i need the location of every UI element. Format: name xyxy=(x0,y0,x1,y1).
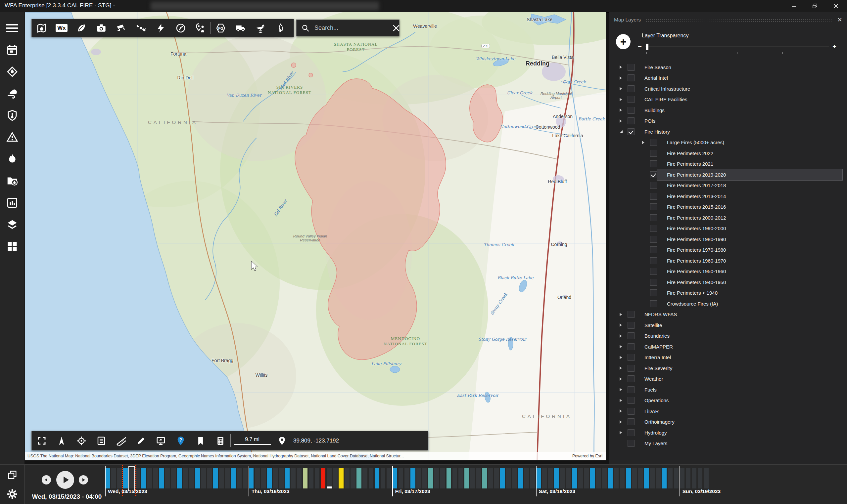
timeline-cell[interactable] xyxy=(422,468,427,488)
timeline-cell[interactable] xyxy=(566,468,571,488)
layer-checkbox[interactable] xyxy=(627,354,635,361)
layer-checkbox[interactable] xyxy=(627,365,635,372)
layer-row[interactable]: My Layers xyxy=(609,438,847,449)
truck-tool-button[interactable] xyxy=(231,19,250,37)
timeline-bar-blue[interactable] xyxy=(662,468,667,488)
north-arrow-tool-button[interactable] xyxy=(52,431,71,450)
expand-arrow-icon[interactable] xyxy=(620,98,624,101)
timeline-cell[interactable] xyxy=(698,468,703,488)
timeline-cell[interactable] xyxy=(153,468,158,488)
layer-row[interactable]: Crowdsource Fires (IA) xyxy=(609,298,847,309)
legend-tool-button[interactable] xyxy=(91,431,111,450)
timeline-cell[interactable] xyxy=(315,468,320,488)
sidebar-item-calendar[interactable] xyxy=(0,41,24,58)
expand-arrow-icon[interactable] xyxy=(620,76,624,80)
fire-map-tool-button[interactable] xyxy=(32,19,52,37)
timeline-cell[interactable] xyxy=(171,468,176,488)
help-pin-tool-button[interactable]: ? xyxy=(171,431,191,450)
layer-checkbox[interactable] xyxy=(627,332,635,339)
timeline-bar-red[interactable] xyxy=(321,468,326,488)
sidebar-item-grid[interactable] xyxy=(0,238,24,255)
timeline-cell[interactable] xyxy=(704,468,709,488)
timeline-cell[interactable] xyxy=(386,468,392,488)
sidebar-item-fire-diamond[interactable] xyxy=(0,63,24,80)
timeline-bar-blue[interactable] xyxy=(626,468,631,488)
timeline-bar-blue[interactable] xyxy=(608,468,613,488)
timeline-cell[interactable] xyxy=(596,468,601,488)
timeline-cell[interactable] xyxy=(638,468,643,488)
timeline-bar-blue[interactable] xyxy=(393,468,398,488)
expand-arrow-icon[interactable] xyxy=(620,66,624,69)
layer-row[interactable]: Fire Perimeters 2019-2020 xyxy=(609,169,847,180)
ruler-tool-button[interactable] xyxy=(111,431,131,450)
timeline-cell[interactable] xyxy=(584,468,589,488)
timeline-cell[interactable] xyxy=(680,468,685,488)
timeline-bar-blue[interactable] xyxy=(284,468,290,488)
timeline-cell[interactable] xyxy=(189,468,194,488)
layer-row[interactable]: Fire Perimeters 1940-1950 xyxy=(609,277,847,288)
timeline-cell[interactable] xyxy=(434,468,439,488)
layer-checkbox[interactable] xyxy=(627,418,635,425)
timeline-cell[interactable] xyxy=(273,468,278,488)
aircraft-tool-button[interactable] xyxy=(250,19,271,37)
layer-checkbox[interactable] xyxy=(627,375,635,382)
timeline-bar-teal[interactable] xyxy=(357,468,361,488)
location-pin-button[interactable] xyxy=(274,431,290,450)
layer-row[interactable]: Critical Infrastructure xyxy=(609,83,847,94)
timeline-cell[interactable] xyxy=(692,468,697,488)
layer-checkbox[interactable] xyxy=(650,214,657,221)
layer-checkbox[interactable] xyxy=(650,300,657,307)
timeline-bar-blue[interactable] xyxy=(105,468,110,488)
timeline-cell[interactable] xyxy=(327,468,332,488)
timeline-cell[interactable] xyxy=(183,468,188,488)
layer-checkbox[interactable] xyxy=(627,386,635,393)
timeline-cell[interactable] xyxy=(398,468,403,488)
timeline-cell[interactable] xyxy=(333,468,338,488)
sidebar-item-layers[interactable] xyxy=(0,216,24,233)
layer-row[interactable]: Fuels xyxy=(609,384,847,395)
layer-row[interactable]: POIs xyxy=(609,116,847,127)
calculator-tool-button[interactable] xyxy=(210,431,230,450)
timeline-cell[interactable] xyxy=(440,468,445,488)
layer-row[interactable]: Fire Perimeters 2013-2014 xyxy=(609,191,847,202)
timeline-cell[interactable] xyxy=(548,468,553,488)
timeline-bar-blue[interactable] xyxy=(195,468,200,488)
panel-drag-handle[interactable] xyxy=(645,19,832,22)
layer-checkbox[interactable] xyxy=(627,118,635,124)
layer-row[interactable]: Fire Perimeters < 1940 xyxy=(609,288,847,299)
layer-row[interactable]: Fire Perimeters 2017-2018 xyxy=(609,180,847,191)
layer-row[interactable]: Fire Perimeters 2000-2012 xyxy=(609,212,847,223)
layer-checkbox[interactable] xyxy=(627,74,635,82)
timeline-cell[interactable] xyxy=(452,468,457,488)
timeline-cell[interactable] xyxy=(578,468,583,488)
timeline-cell[interactable] xyxy=(602,468,607,488)
layer-row[interactable]: Fire Season xyxy=(609,62,847,73)
layer-row[interactable]: Fire Perimeters 1950-1960 xyxy=(609,266,847,277)
sidebar-item-menu[interactable] xyxy=(0,19,24,37)
timeline-cell[interactable] xyxy=(279,468,284,488)
layer-row[interactable]: CAL FIRE Facilities xyxy=(609,94,847,105)
expand-arrow-icon[interactable] xyxy=(620,356,624,359)
layer-row[interactable]: Fire Perimeters 1980-1990 xyxy=(609,234,847,245)
layer-checkbox[interactable] xyxy=(627,107,635,114)
expand-arrow-icon[interactable] xyxy=(620,334,624,338)
map-viewport[interactable]: Shasta LakeWeavervilleBella VistaRedding… xyxy=(25,12,606,460)
cctv-tool-button[interactable] xyxy=(111,19,131,37)
monitor-tool-button[interactable] xyxy=(151,431,171,450)
timeline-cell[interactable] xyxy=(201,468,206,488)
layer-checkbox[interactable] xyxy=(650,182,657,189)
locate-tool-button[interactable] xyxy=(71,431,91,450)
timeline-cell[interactable] xyxy=(362,468,367,488)
timeline-cell[interactable] xyxy=(542,468,547,488)
layer-checkbox[interactable] xyxy=(650,246,657,253)
slider-thumb[interactable] xyxy=(646,44,649,50)
expand-arrow-icon[interactable] xyxy=(642,141,646,144)
timeline-cell[interactable] xyxy=(111,468,116,488)
fg-hex-tool-button[interactable]: FG xyxy=(211,19,231,37)
timeline-bar-blue[interactable] xyxy=(159,468,164,488)
layer-row[interactable]: Aerial Intel xyxy=(609,73,847,84)
expand-arrow-icon[interactable] xyxy=(620,377,624,381)
leaf-tool-button[interactable] xyxy=(71,19,91,37)
layer-row[interactable]: LiDAR xyxy=(609,406,847,417)
timeline-cell[interactable] xyxy=(614,468,619,488)
